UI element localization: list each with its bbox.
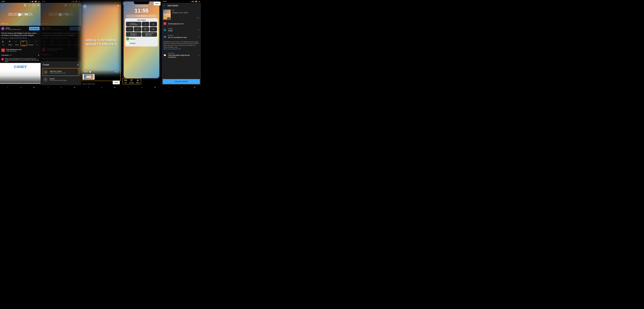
shorts-icon: ▯ [44, 70, 48, 74]
trim-handle-right[interactable] [94, 74, 94, 80]
editor-tools: AaText ☰Timeline ⊗Filters [122, 78, 141, 84]
gear-icon[interactable]: ⚙ [37, 4, 40, 7]
expand-icon[interactable]: ⌄ [38, 32, 39, 36]
dislike-button[interactable]: 👎Dislike [7, 41, 14, 46]
audience-row[interactable]: 👥 AudienceNo, it's not Made for Kids › [162, 33, 201, 40]
current-time: 0:09 [1, 23, 4, 24]
video-meta: 8.4K views · 1 mo ago #iOS16 #iOS #iPhon… [0, 37, 40, 40]
play-icon[interactable]: ▶ [18, 12, 22, 17]
forward-icon[interactable]: ▶▶ [25, 13, 28, 16]
clip-preview[interactable]: 15.0s [84, 74, 94, 80]
chevron-right-icon: › [198, 54, 199, 56]
action-row: 👍51 👎Dislike ➦Share ✨Create ⭳Download ✄C [0, 40, 40, 47]
system-nav: 〈 ○ ≡ [0, 85, 40, 90]
page-title: Add details [168, 4, 178, 7]
create-sheet: Create ✕ ▯ Edit into a ShortOption avail… [40, 61, 81, 85]
globe-icon: 🌐 [164, 29, 166, 31]
short-preview: Fri 9 2KCAL 0MIN 0/6 11:55 ⊕ ADD WIDGETS… [122, 0, 160, 80]
channel-row[interactable]: ⬇ Downloadsource.net 2.98K subscribers [0, 47, 40, 53]
legal-text: Regardless of your location, you're lega… [162, 40, 201, 51]
scrubber[interactable] [88, 72, 114, 72]
channel-row: ⬇ Downloadsource.net [162, 20, 201, 26]
status-bar: 10:56 ◎ ⏰ ✕ 📶 ⬚ ▮ [0, 0, 40, 3]
char-count: 0/100 [172, 17, 200, 18]
commenter-avatar: F [1, 58, 4, 60]
total-time: 2:11 [5, 23, 8, 24]
preview-text: ADD & CUSTOMISEWIDGETS ON iOS D [86, 38, 117, 46]
close-icon[interactable]: ✕ [82, 4, 87, 9]
back-icon[interactable]: ← [122, 1, 127, 6]
ad-row[interactable]: A Allegro Ad · allegro.pl/Ogrzewanie KUP… [0, 26, 40, 32]
captions-icon[interactable]: CC [32, 4, 35, 7]
visibility-row[interactable]: 🌐 VisibilityPublic › [162, 26, 201, 33]
duration-badge[interactable]: 60 [117, 5, 119, 7]
clip-start: 00:09 [84, 71, 87, 73]
cast-icon[interactable]: ⎚ [28, 4, 31, 7]
chevron-right-icon: › [198, 36, 199, 38]
edit-into-short-button[interactable]: ▯ Edit into a ShortOption available only… [43, 68, 79, 76]
caption-input[interactable]: Caption your Short [172, 12, 200, 14]
ad-title: Allegro [6, 27, 28, 29]
collapse-icon[interactable]: ⌄ [1, 4, 3, 6]
close-icon[interactable]: ✕ [77, 63, 79, 66]
coppa-link[interactable]: What's content Made for Kids? [164, 48, 181, 50]
ad-cta-button[interactable]: KUP TERAZ [29, 27, 40, 30]
back-button[interactable]: 〈 [6, 86, 8, 89]
video-title-row[interactable]: iOS 16 | How to add Widgets to the lock … [0, 32, 40, 37]
timeline-tool[interactable]: ☰Timeline [129, 79, 134, 84]
next-button[interactable]: Next [113, 80, 120, 84]
pause-icon[interactable]: ⏸ [24, 4, 26, 7]
chevron-right-icon: › [198, 29, 199, 31]
next-button[interactable]: Next [154, 2, 160, 6]
ad-avatar: A [1, 27, 5, 30]
home-button[interactable]: ○ [20, 86, 22, 89]
music-icon: ♪ [43, 77, 48, 82]
comments-header[interactable]: Comments 14 ⇅ [0, 53, 40, 57]
download-button[interactable]: ⭳Download [27, 41, 34, 46]
clip-button[interactable]: ✄C [34, 41, 40, 46]
text-tool[interactable]: AaText [124, 79, 127, 84]
video-player[interactable]: HOW TO ADD & CUSTOMISE LOCK SCREEN WIDGE… [0, 3, 40, 26]
comment-icon: 💬 [164, 54, 166, 56]
fullscreen-icon[interactable]: ⛶ [38, 23, 40, 25]
back-icon[interactable]: ← [163, 4, 166, 7]
create-button[interactable]: ✨Create [20, 41, 27, 46]
clip-end: 02:11 [115, 71, 119, 73]
channel-logo-icon: ⬇ [1, 48, 5, 52]
sheet-title: Create [43, 64, 49, 66]
short-thumbnail[interactable]: ADD & CUSTOMIIDGETS ON iOS 0:15 [163, 10, 171, 20]
upload-button[interactable]: UPLOAD SHORT [163, 79, 200, 84]
recents-button[interactable]: ≡ [33, 86, 35, 89]
like-button[interactable]: 👍51 [0, 41, 6, 46]
share-button[interactable]: ➦Share [14, 41, 20, 46]
people-icon: 👥 [164, 36, 166, 38]
ad-banner[interactable]: CANDY [0, 63, 40, 84]
status-icons: ◎ ⏰ ✕ 📶 ⬚ ▮ [30, 1, 39, 2]
caption-label: Title [172, 10, 200, 11]
expand-comments-icon[interactable]: ⇅ [38, 54, 39, 56]
comments-row[interactable]: 💬 CommentsHold potentially inappropriate… [162, 51, 201, 60]
timeline-editor[interactable]: 00:09 02:11 15.0s [82, 70, 120, 81]
sound-button[interactable]: ♪ SoundUse the sound from this video [43, 76, 79, 83]
top-comment[interactable]: F When i press add widget, there is not … [0, 57, 40, 63]
filters-tool[interactable]: ⊗Filters [136, 79, 140, 84]
hint-text: Drag to adjust video [82, 83, 95, 84]
